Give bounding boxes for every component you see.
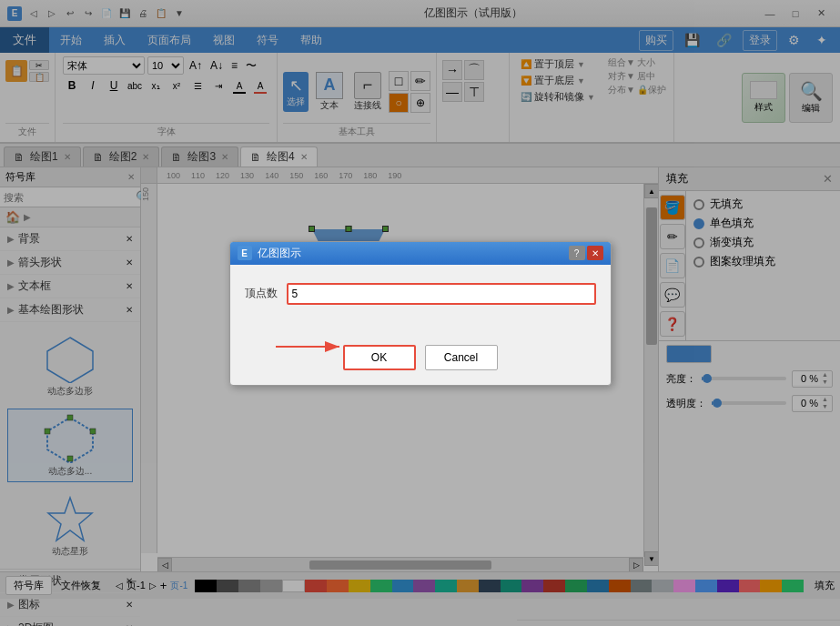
dialog-titlebar: E 亿图图示 ? ✕ <box>230 242 611 265</box>
dialog-close-btn[interactable]: ✕ <box>587 246 603 260</box>
dialog-btns: OK Cancel <box>230 338 611 385</box>
arrow-indicator-svg <box>267 328 376 365</box>
dialog-title-text: 亿图图示 <box>258 246 301 261</box>
dialog-overlay[interactable]: E 亿图图示 ? ✕ 顶点数 <box>0 0 840 626</box>
dialog-body: 顶点数 <box>230 265 611 338</box>
dialog: E 亿图图示 ? ✕ 顶点数 <box>229 241 612 386</box>
dialog-label: 顶点数 <box>245 286 278 301</box>
dialog-cancel-btn[interactable]: Cancel <box>425 345 498 370</box>
dialog-title-left: E 亿图图示 <box>238 246 301 261</box>
dialog-help-btn[interactable]: ? <box>569 246 585 260</box>
dialog-controls: ? ✕ <box>569 246 603 260</box>
dialog-app-icon: E <box>238 246 252 260</box>
dialog-row: 顶点数 <box>245 283 596 305</box>
dialog-input[interactable] <box>287 283 596 305</box>
